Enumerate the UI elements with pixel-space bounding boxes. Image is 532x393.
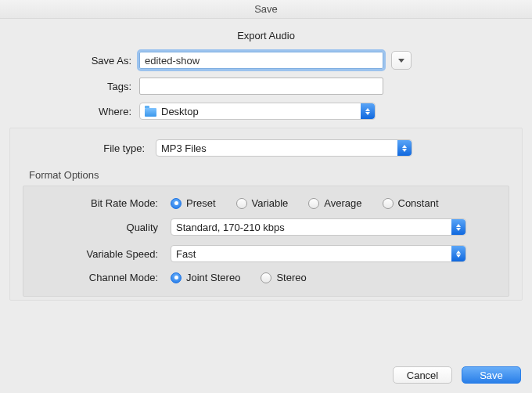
variable-speed-label: Variable Speed: [34,248,171,260]
save-button[interactable]: Save [462,366,521,384]
select-arrows-icon [397,140,412,156]
export-panel: File type: MP3 Files Format Options Bit … [9,128,523,301]
save-as-input[interactable]: edited-show [139,52,383,69]
select-arrows-icon [451,219,466,235]
quality-value: Standard, 170-210 kbps [176,222,285,233]
format-options-group: Bit Rate Mode: Preset Variable Average C… [23,186,509,297]
variable-speed-select[interactable]: Fast [171,245,466,262]
radio-icon [308,198,319,209]
filetype-value: MP3 Files [161,142,207,154]
cancel-button[interactable]: Cancel [393,366,452,384]
tags-label: Tags: [0,81,139,92]
format-options-header: Format Options [29,169,509,181]
channel-radio-stereo[interactable]: Stereo [261,272,306,283]
tags-input[interactable] [139,78,383,95]
bitrate-radio-variable[interactable]: Variable [236,197,289,209]
quality-select[interactable]: Standard, 170-210 kbps [171,218,466,236]
bitrate-radio-preset[interactable]: Preset [171,197,216,209]
radio-icon [171,272,182,283]
where-value: Desktop [161,106,199,117]
bitrate-label: Bit Rate Mode: [34,197,171,209]
bitrate-radio-constant[interactable]: Constant [383,197,439,209]
filetype-select[interactable]: MP3 Files [156,139,412,157]
where-label: Where: [0,106,139,117]
window-title: Save [0,0,532,19]
select-arrows-icon [451,246,466,261]
variable-speed-value: Fast [176,248,196,260]
radio-icon [171,198,182,209]
dialog-subtitle: Export Audio [0,19,532,51]
radio-icon [261,272,271,283]
quality-label: Quality [34,222,171,233]
folder-icon [145,108,156,117]
radio-icon [383,198,394,209]
bitrate-radio-average[interactable]: Average [308,197,361,209]
channel-mode-label: Channel Mode: [34,272,171,283]
filetype-label: File type: [23,142,156,154]
where-select[interactable]: Desktop [139,103,376,120]
chevron-down-icon [398,59,404,63]
radio-icon [236,198,247,209]
expand-options-button[interactable] [391,51,412,70]
save-as-label: Save As: [0,55,139,67]
select-arrows-icon [361,103,375,119]
channel-radio-joint[interactable]: Joint Stereo [171,272,240,283]
